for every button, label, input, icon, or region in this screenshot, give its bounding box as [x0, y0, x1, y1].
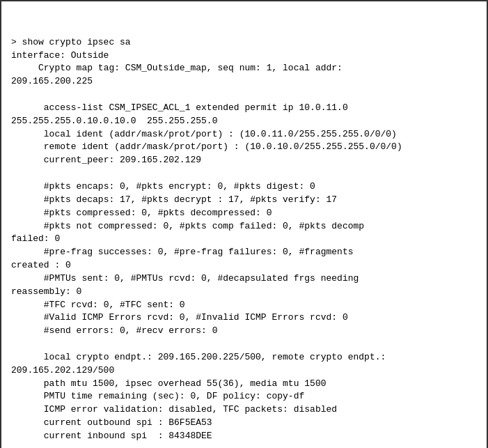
terminal-line-3: 209.165.200.225	[11, 75, 477, 88]
terminal-line-23	[11, 338, 477, 351]
terminal-line-18: #PMTUs sent: 0, #PMTUs rcvd: 0, #decapsu…	[11, 272, 477, 286]
terminal-line-12: #pkts decaps: 17, #pkts decrypt : 17, #p…	[11, 194, 477, 207]
terminal-line-1: interface: Outside	[11, 49, 477, 63]
terminal-line-30: current inbound spi : 84348DEE	[11, 430, 477, 443]
terminal-line-8: remote ident (addr/mask/prot/port) : (10…	[11, 141, 477, 154]
terminal-line-22: #send errors: 0, #recv errors: 0	[11, 325, 477, 338]
terminal-line-21: #Valid ICMP Errors rcvd: 0, #Invalid ICM…	[11, 311, 477, 325]
terminal-line-26: path mtu 1500, ipsec overhead 55(36), me…	[11, 378, 477, 391]
terminal-line-15: failed: 0	[11, 233, 477, 246]
terminal-line-20: #TFC rcvd: 0, #TFC sent: 0	[11, 299, 477, 312]
terminal-line-17: created : 0	[11, 259, 477, 272]
terminal-line-7: local ident (addr/mask/prot/port) : (10.…	[11, 128, 477, 141]
terminal-line-5: access-list CSM_IPSEC_ACL_1 extended per…	[11, 102, 477, 115]
terminal-line-24: local crypto endpt.: 209.165.200.225/500…	[11, 351, 477, 364]
terminal-line-9: current_peer: 209.165.202.129	[11, 154, 477, 167]
terminal-line-29: current outbound spi : B6F5EA53	[11, 417, 477, 430]
terminal-line-0: > show crypto ipsec sa	[11, 36, 477, 49]
terminal-line-4	[11, 88, 477, 102]
terminal-line-16: #pre-frag successes: 0, #pre-frag failur…	[11, 246, 477, 259]
terminal-window: > show crypto ipsec sainterface: Outside…	[0, 0, 488, 448]
terminal-line-11: #pkts encaps: 0, #pkts encrypt: 0, #pkts…	[11, 180, 477, 194]
terminal-line-10	[11, 167, 477, 180]
terminal-line-14: #pkts not compressed: 0, #pkts comp fail…	[11, 220, 477, 233]
terminal-line-6: 255.255.255.0.10.0.10.0 255.255.255.0	[11, 115, 477, 128]
terminal-output: > show crypto ipsec sainterface: Outside…	[11, 10, 477, 443]
terminal-line-2: Crypto map tag: CSM_Outside_map, seq num…	[11, 62, 477, 75]
terminal-line-28: ICMP error validation: disabled, TFC pac…	[11, 403, 477, 417]
terminal-line-19: reassembly: 0	[11, 286, 477, 299]
terminal-line-25: 209.165.202.129/500	[11, 364, 477, 378]
terminal-line-27: PMTU time remaining (sec): 0, DF policy:…	[11, 390, 477, 403]
terminal-line-13: #pkts compressed: 0, #pkts decompressed:…	[11, 207, 477, 220]
